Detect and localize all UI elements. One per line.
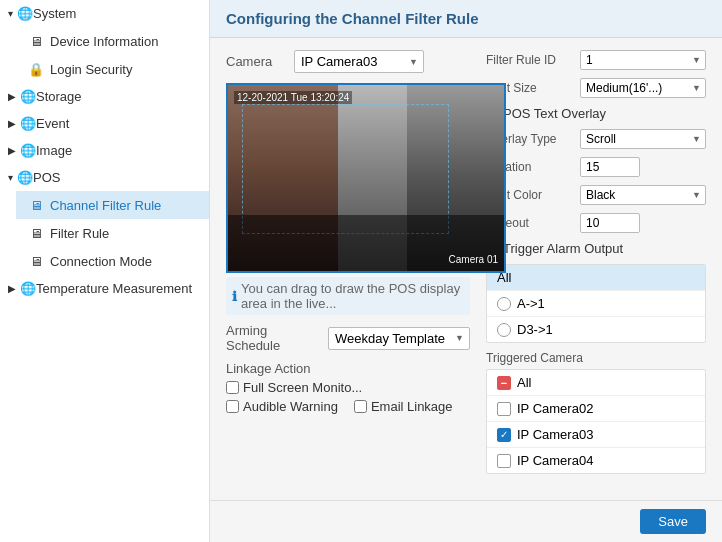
sidebar-item-filter-rule[interactable]: 🖥 Filter Rule — [16, 219, 209, 247]
footer: Save — [210, 500, 722, 542]
triggered-item-cam02[interactable]: IP Camera02 — [487, 396, 705, 422]
triggered-item-cam03[interactable]: ✓ IP Camera03 — [487, 422, 705, 448]
font-size-select[interactable]: Small(12') Medium(16'...) Large(20') — [580, 78, 706, 98]
alarm-item-a1[interactable]: A->1 — [487, 291, 705, 317]
timeout-row: Timeout — [486, 213, 706, 233]
sidebar-item-login-security[interactable]: 🔒 Login Security — [16, 55, 209, 83]
save-button[interactable]: Save — [640, 509, 706, 534]
sidebar-item-channel-filter[interactable]: 🖥 Channel Filter Rule — [16, 191, 209, 219]
sidebar-label: Login Security — [50, 62, 132, 77]
overlay-type-row: Overlay Type Scroll Static — [486, 129, 706, 149]
page-header: Configuring the Channel Filter Rule — [210, 0, 722, 38]
arming-label: Arming Schedule — [226, 323, 320, 353]
alarm-a1-label: A->1 — [517, 296, 545, 311]
font-color-select-wrapper: Black White Red Green Blue — [580, 185, 706, 205]
image-icon: 🌐 — [20, 143, 36, 158]
sidebar-item-system[interactable]: ▾ 🌐 System — [0, 0, 209, 27]
triggered-camera-label: Triggered Camera — [486, 351, 706, 365]
device-icon: 🖥 — [28, 33, 44, 49]
arming-select[interactable]: Weekday Template Weekend Template All Da… — [328, 327, 470, 350]
fullscreen-label: Full Screen Monito... — [243, 380, 362, 395]
triggered-cam02-label: IP Camera02 — [517, 401, 593, 416]
sidebar-item-pos[interactable]: ▾ 🌐 POS — [0, 164, 209, 191]
camera-select-wrapper: IP Camera01 IP Camera02 IP Camera03 IP C… — [294, 50, 424, 73]
sidebar-label: Device Information — [50, 34, 158, 49]
camera-label: Camera — [226, 54, 286, 69]
alarm-radio-a1 — [497, 297, 511, 311]
email-label: Email Linkage — [371, 399, 453, 414]
filter-rule-id-select[interactable]: 1 2 3 — [580, 50, 706, 70]
arrow-icon: ▶ — [8, 145, 16, 156]
channel-icon: 🖥 — [28, 197, 44, 213]
filter-rule-id-row: Filter Rule ID 1 2 3 — [486, 50, 706, 70]
main-body: Camera IP Camera01 IP Camera02 IP Camera… — [210, 38, 722, 500]
font-size-select-wrapper: Small(12') Medium(16'...) Large(20') — [580, 78, 706, 98]
right-panel: Filter Rule ID 1 2 3 Font Size Small(12'… — [486, 50, 706, 488]
drag-hint: ℹ You can drag to draw the POS display a… — [226, 277, 470, 315]
alarm-list: All A->1 D3->1 — [486, 264, 706, 343]
sidebar-item-storage[interactable]: ▶ 🌐 Storage — [0, 83, 209, 110]
overlay-type-select-wrapper: Scroll Static — [580, 129, 706, 149]
alarm-section: All A->1 D3->1 — [486, 264, 706, 343]
sidebar-label: POS — [33, 170, 60, 185]
storage-icon: 🌐 — [20, 89, 36, 104]
alarm-d31-label: D3->1 — [517, 322, 553, 337]
trigger-alarm-label: Trigger Alarm Output — [503, 241, 623, 256]
filter-rule-id-select-wrapper: 1 2 3 — [580, 50, 706, 70]
camera-feed — [228, 85, 504, 271]
sidebar-label: Image — [36, 143, 72, 158]
sidebar-item-image[interactable]: ▶ 🌐 Image — [0, 137, 209, 164]
alarm-item-all[interactable]: All — [487, 265, 705, 291]
alarm-item-d31[interactable]: D3->1 — [487, 317, 705, 342]
triggered-checkbox-all: − — [497, 376, 511, 390]
duration-input[interactable] — [580, 157, 640, 177]
font-color-select[interactable]: Black White Red Green Blue — [580, 185, 706, 205]
triggered-cam03-label: IP Camera03 — [517, 427, 593, 442]
system-icon: 🌐 — [17, 6, 33, 21]
triggered-item-cam04[interactable]: IP Camera04 — [487, 448, 705, 473]
pos-overlay-label: POS Text Overlay — [503, 106, 606, 121]
linkage-email: Email Linkage — [354, 399, 453, 414]
arming-select-wrapper: Weekday Template Weekend Template All Da… — [328, 327, 470, 350]
triggered-checkbox-cam03: ✓ — [497, 428, 511, 442]
linkage-section: Linkage Action Full Screen Monito... Aud… — [226, 361, 470, 414]
camera-select[interactable]: IP Camera01 IP Camera02 IP Camera03 IP C… — [294, 50, 424, 73]
sidebar-item-connection-mode[interactable]: 🖥 Connection Mode — [16, 247, 209, 275]
linkage-audible: Audible Warning — [226, 399, 338, 414]
drag-hint-text: You can drag to draw the POS display are… — [241, 281, 464, 311]
sidebar-label: Event — [36, 116, 69, 131]
overlay-type-select[interactable]: Scroll Static — [580, 129, 706, 149]
camera-preview: 12-20-2021 Tue 13:20:24 Camera 01 — [226, 83, 506, 273]
arrow-icon: ▶ — [8, 118, 16, 129]
sidebar-label: Storage — [36, 89, 82, 104]
event-icon: 🌐 — [20, 116, 36, 131]
main-content: Configuring the Channel Filter Rule Came… — [210, 0, 722, 542]
filter-icon: 🖥 — [28, 225, 44, 241]
font-size-row: Font Size Small(12') Medium(16'...) Larg… — [486, 78, 706, 98]
sidebar-item-event[interactable]: ▶ 🌐 Event — [0, 110, 209, 137]
linkage-title: Linkage Action — [226, 361, 470, 376]
camera-row: Camera IP Camera01 IP Camera02 IP Camera… — [226, 50, 470, 73]
info-icon: ℹ — [232, 289, 237, 304]
sidebar-label: Temperature Measurement — [36, 281, 192, 296]
sidebar-label: Connection Mode — [50, 254, 152, 269]
audible-checkbox[interactable] — [226, 400, 239, 413]
connection-icon: 🖥 — [28, 253, 44, 269]
alarm-radio-d31 — [497, 323, 511, 337]
sidebar-label: Channel Filter Rule — [50, 198, 161, 213]
filter-rule-id-label: Filter Rule ID — [486, 53, 576, 67]
triggered-item-all[interactable]: − All — [487, 370, 705, 396]
temp-icon: 🌐 — [20, 281, 36, 296]
audible-label: Audible Warning — [243, 399, 338, 414]
fullscreen-checkbox[interactable] — [226, 381, 239, 394]
email-checkbox[interactable] — [354, 400, 367, 413]
triggered-checkbox-cam04 — [497, 454, 511, 468]
sidebar-item-temperature[interactable]: ▶ 🌐 Temperature Measurement — [0, 275, 209, 302]
sidebar-item-device-info[interactable]: 🖥 Device Information — [16, 27, 209, 55]
page-title: Configuring the Channel Filter Rule — [226, 10, 706, 27]
timeout-input[interactable] — [580, 213, 640, 233]
arrow-icon: ▾ — [8, 8, 13, 19]
sidebar-label: System — [33, 6, 76, 21]
triggered-all-label: All — [517, 375, 531, 390]
pos-icon: 🌐 — [17, 170, 33, 185]
